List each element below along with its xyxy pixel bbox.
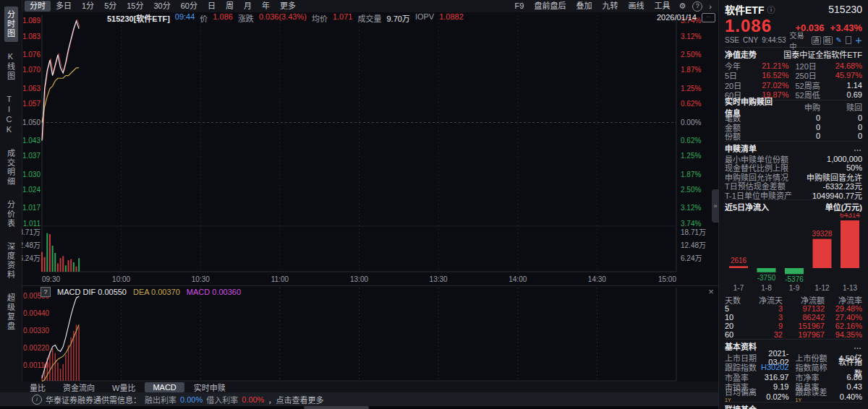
list-row: T-1日单位申赎资产1049940.77元 [725,191,862,200]
svg-text:1-13: 1-13 [843,284,857,292]
sidebar-item-TICK[interactable]: TICK [4,91,18,139]
macd-legend-item: DEA 0.00370 [133,288,180,296]
tool-盘前盘后[interactable]: 盘前盘后 [529,1,571,12]
fund-code: 515230 [775,4,862,15]
svg-text:1.87%: 1.87% [681,66,701,74]
svg-text:0.62%: 0.62% [681,137,701,145]
edit-icon[interactable]: ✎ [836,36,842,44]
outflow-bar [785,268,804,274]
cell: 29.48% [825,304,862,313]
sidebar-item-分时图[interactable]: 分时图 [4,7,18,42]
indicator-tab-MACD[interactable]: MACD [145,382,184,392]
period-tab-30分[interactable]: 30分 [149,1,176,12]
indicator-tab-实时申赎[interactable]: 实时申赎 [186,381,234,394]
sidebar-item-成交明细[interactable]: 成交明细 [4,145,18,190]
scrollbar-thumb[interactable] [304,406,369,409]
sidebar-item-K线图[interactable]: K线图 [4,48,18,85]
svg-text:10:30: 10:30 [192,275,210,283]
intraday-chart[interactable]: 1.0893.74%1.0833.12%1.0762.50%1.0701.87%… [22,12,718,287]
redeem-list-rows: 最小申赎单位份额1,000,000现金替代比例上限50%申购赎回允许情况申购赎回… [725,155,862,200]
period-tab-日[interactable]: 日 [203,1,221,12]
cell: 62.16% [825,322,862,330]
period-tab-分时[interactable]: 分时 [25,1,51,12]
sidebar-item-分价表[interactable]: 分价表 [4,197,18,232]
currency-label: CNY [743,36,758,44]
volume-bar [62,256,64,272]
svg-text:10:00: 10:00 [112,275,130,283]
redeem-list-section-title: 申赎清单 … [725,141,862,155]
avg-price-line [42,68,79,123]
macd-histogram-bar [76,324,77,381]
sidebar-item-深度资料[interactable]: 深度资料 [4,238,18,283]
gear-icon[interactable]: ⚙ [675,1,689,11]
period-tab-年[interactable]: 年 [257,1,275,12]
field-value: 0.036(3.43%) [259,12,307,24]
tool-F9[interactable]: F9 [510,1,529,12]
purchase-value: 0 [778,132,820,140]
pop-out-icon[interactable] [846,36,851,44]
svg-text:1.083: 1.083 [22,33,41,40]
quote-panel: 软件ETF ⓘ 515230 1.086 +0.036 +3.43% SSE C… [718,0,868,409]
close-icon[interactable]: × [706,287,716,297]
help-icon[interactable]: ? [41,287,51,297]
subscription-rows: 笔数00金额00份额00 [725,113,862,141]
value: 316.97 [758,373,789,382]
period-tab-1分[interactable]: 1分 [77,1,99,12]
svg-text:1.87%: 1.87% [681,171,701,178]
svg-text:1-12: 1-12 [814,284,829,292]
table-header-row: 天数净流天净流额净流率 [725,296,862,304]
macd-legend-item: MACD DIF 0.00550 [57,288,127,296]
macd-chart[interactable]: 0.005500.004400.003300.002200.00110 [22,286,718,384]
macd-histogram-bar [49,351,51,381]
more-icon[interactable]: … [854,342,862,350]
help-icon[interactable]: ? [692,1,702,12]
tool-画线[interactable]: 画线 [623,1,649,12]
tracked-fund-name: 国泰中证全指软件ETF [783,48,862,60]
field-label: IOPV [415,12,434,24]
value: 1049940.77元 [792,189,862,201]
svg-text:2.50%: 2.50% [681,51,701,59]
tool-叠加[interactable]: 叠加 [571,1,597,12]
margin-info-bar[interactable]: i 华泰证券融券通供需信息： 融出利率 0.00% 借入利率 0.00% ，点击… [0,392,718,406]
indicator-tabs: 量比资金流向W量比MACD实时申赎 [22,382,718,392]
panel-collapse-handle[interactable]: » [712,189,719,223]
cell: 86242 [783,313,825,322]
more-icon[interactable]: … [854,144,862,152]
tool-工具[interactable]: 工具 [649,1,675,12]
period-tab-60分[interactable]: 60分 [176,1,203,12]
volume-bar [73,262,75,272]
period-tab-更多[interactable]: 更多 [275,1,301,12]
add-icon[interactable]: ＋ [855,35,862,46]
exchange-label: SSE [725,36,739,44]
field-value: 1.0882 [439,12,464,24]
field-value: 9.70万 [386,12,409,24]
last-price: 1.086 [725,17,772,35]
indicator-tab-量比[interactable]: 量比 [22,381,54,394]
period-tab-15分[interactable]: 15分 [122,1,148,12]
svg-text:1.043: 1.043 [22,137,41,145]
svg-text:09:30: 09:30 [42,275,60,283]
badge-融: 融 [823,36,833,45]
period-tab-多日[interactable]: 多日 [51,1,77,12]
period-tab-周[interactable]: 周 [221,1,239,12]
sup-label: 1Y [725,397,731,402]
sidebar-item-超级复盘[interactable]: 超级复盘 [4,290,18,335]
indicator-tab-资金流向[interactable]: 资金流向 [55,381,103,394]
basic-row: 日均偏离1Y0.02%跟踪误差1Y0.40% [725,392,862,402]
info-icon[interactable]: ⓘ [767,4,775,15]
svg-text:1.25%: 1.25% [681,152,701,160]
keyboard-icon[interactable]: ⋯ [702,13,715,22]
value: 16.52% [758,71,789,79]
table-row: 20915196762.16% [725,322,862,330]
indicator-tab-W量比[interactable]: W量比 [104,381,143,394]
index-code-link[interactable]: H30202 [758,363,789,371]
period-tab-5分[interactable]: 5分 [99,1,122,12]
tool-九转[interactable]: 九转 [597,1,623,12]
more-link[interactable]: ，点击查看更多 [268,394,323,405]
volume-bar [54,253,56,272]
period-tab-月[interactable]: 月 [239,1,257,12]
chevron-right-icon[interactable]: › [705,2,715,11]
value: 27.02% [758,81,789,90]
macd-header: ?MACD DIF 0.00550DEA 0.00370MACD 0.00360 [41,287,241,297]
volume-bar [46,233,48,272]
